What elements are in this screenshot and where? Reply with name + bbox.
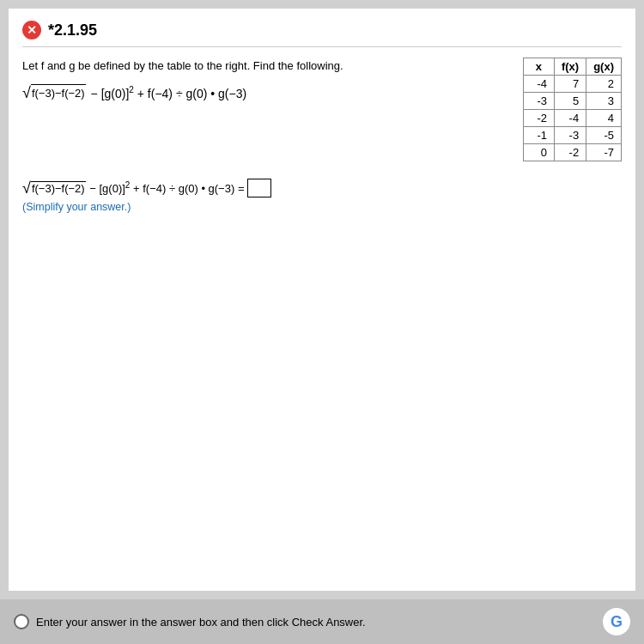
title-bar: ✕ *2.1.95 <box>22 21 622 47</box>
table-cell: -3 <box>554 127 586 144</box>
radio-button[interactable] <box>14 614 29 629</box>
col-header-fx: f(x) <box>554 58 586 76</box>
table-cell: 4 <box>586 110 622 127</box>
answer-expression-rest: − [g(0)]2 + f(−4) ÷ g(0) • g(−3) = <box>87 180 245 195</box>
sqrt-symbol: √ <box>22 85 31 100</box>
col-header-gx: g(x) <box>586 58 622 76</box>
answer-sqrt-symbol: √ <box>22 180 31 196</box>
google-g: G <box>611 613 623 631</box>
answer-line: √ f(−3)−f(−2) − [g(0)]2 + f(−4) ÷ g(0) •… <box>22 179 622 197</box>
answer-expression: √ f(−3)−f(−2) − [g(0)]2 + f(−4) ÷ g(0) •… <box>22 180 244 196</box>
sqrt-radicand: f(−3)−f(−2) <box>31 84 86 102</box>
table-row: -472 <box>523 76 621 93</box>
simplify-note: (Simplify your answer.) <box>22 201 622 213</box>
table-cell: 2 <box>586 76 622 93</box>
col-header-x: x <box>523 58 554 76</box>
answer-section: √ f(−3)−f(−2) − [g(0)]2 + f(−4) ÷ g(0) •… <box>22 179 622 213</box>
answer-input-box[interactable] <box>247 179 271 197</box>
answer-sqrt: √ f(−3)−f(−2) <box>22 180 86 196</box>
bottom-bar: Enter your answer in the answer box and … <box>0 599 644 644</box>
answer-sqrt-radicand: f(−3)−f(−2) <box>31 181 86 195</box>
table-cell: -7 <box>586 144 622 161</box>
table-row: 0-2-7 <box>523 144 621 161</box>
table-cell: -3 <box>523 93 554 110</box>
problem-description: Let f and g be defined by the table to t… <box>22 58 509 75</box>
problem-text: Let f and g be defined by the table to t… <box>22 58 509 161</box>
table-row: -2-44 <box>523 110 621 127</box>
main-container: ✕ *2.1.95 Let f and g be defined by the … <box>0 0 644 644</box>
google-icon: G <box>603 608 630 635</box>
main-expression: √ f(−3)−f(−2) − [g(0)]2 + f(−4) ÷ g(0) •… <box>22 83 509 103</box>
close-icon[interactable]: ✕ <box>22 21 41 39</box>
problem-body: Let f and g be defined by the table to t… <box>22 58 622 161</box>
table-cell: -2 <box>554 144 586 161</box>
table-cell: -1 <box>523 127 554 144</box>
table-cell: -4 <box>554 110 586 127</box>
answer-superscript-2: 2 <box>125 180 131 190</box>
table-cell: 7 <box>554 76 586 93</box>
table-row: -353 <box>523 93 621 110</box>
table-cell: 0 <box>523 144 554 161</box>
table-cell: -5 <box>586 127 622 144</box>
problem-card: ✕ *2.1.95 Let f and g be defined by the … <box>9 9 635 591</box>
bottom-hint: Enter your answer in the answer box and … <box>36 616 366 629</box>
table-cell: 3 <box>586 93 622 110</box>
sqrt-expression: √ f(−3)−f(−2) <box>22 84 86 102</box>
table-row: -1-3-5 <box>523 127 621 144</box>
table-cell: -2 <box>523 110 554 127</box>
table-container: x f(x) g(x) -472-353-2-44-1-3-50-2-7 <box>523 58 622 161</box>
bottom-left: Enter your answer in the answer box and … <box>14 614 366 629</box>
superscript-2: 2 <box>129 85 134 94</box>
data-table: x f(x) g(x) -472-353-2-44-1-3-50-2-7 <box>523 58 622 161</box>
table-cell: 5 <box>554 93 586 110</box>
problem-title: *2.1.95 <box>48 21 97 39</box>
table-cell: -4 <box>523 76 554 93</box>
expression-rest: − [g(0)]2 + f(−4) ÷ g(0) • g(−3) <box>88 83 246 103</box>
